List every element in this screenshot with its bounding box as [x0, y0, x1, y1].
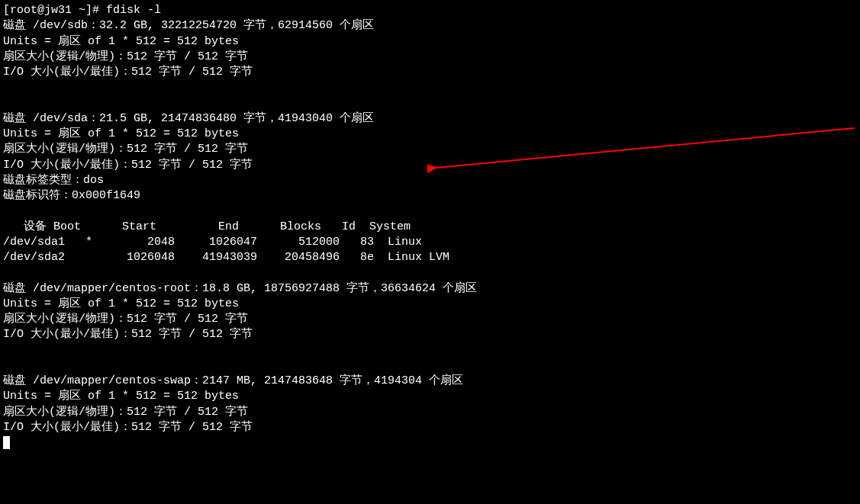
sdb-io-line: I/O 大小(最小/最佳)：512 字节 / 512 字节: [3, 65, 857, 80]
sda-io-line: I/O 大小(最小/最佳)：512 字节 / 512 字节: [3, 158, 857, 173]
root-sector-line: 扇区大小(逻辑/物理)：512 字节 / 512 字节: [3, 312, 857, 327]
cursor-icon: [3, 436, 10, 449]
blank-line: [3, 80, 857, 95]
sda-id-line: 磁盘标识符：0x000f1649: [3, 188, 857, 204]
sda-label-line: 磁盘标签类型：dos: [3, 173, 857, 188]
blank-line: [3, 358, 857, 374]
root-io-line: I/O 大小(最小/最佳)：512 字节 / 512 字节: [3, 327, 857, 342]
prompt-line[interactable]: [root@jw31 ~]# fdisk -l: [3, 3, 857, 18]
cursor-line[interactable]: [3, 435, 857, 451]
sdb-units-line: Units = 扇区 of 1 * 512 = 512 bytes: [3, 34, 857, 50]
swap-disk-line: 磁盘 /dev/mapper/centos-swap：2147 MB, 2147…: [3, 374, 857, 389]
blank-line: [3, 343, 857, 358]
swap-units-line: Units = 扇区 of 1 * 512 = 512 bytes: [3, 389, 857, 404]
swap-io-line: I/O 大小(最小/最佳)：512 字节 / 512 字节: [3, 420, 857, 435]
sdb-disk-line: 磁盘 /dev/sdb：32.2 GB, 32212254720 字节，6291…: [3, 18, 857, 34]
sdb-sector-line: 扇区大小(逻辑/物理)：512 字节 / 512 字节: [3, 50, 857, 65]
shell-prompt: [root@jw31 ~]#: [3, 4, 106, 17]
partition-header: 设备 Boot Start End Blocks Id System: [3, 220, 857, 235]
partition-row: /dev/sda2 1026048 41943039 20458496 8e L…: [3, 250, 857, 265]
swap-sector-line: 扇区大小(逻辑/物理)：512 字节 / 512 字节: [3, 405, 857, 420]
root-disk-line: 磁盘 /dev/mapper/centos-root：18.8 GB, 1875…: [3, 281, 857, 297]
sda-units-line: Units = 扇区 of 1 * 512 = 512 bytes: [3, 127, 857, 142]
blank-line: [3, 96, 857, 111]
command-text: fdisk -l: [106, 4, 161, 17]
blank-line: [3, 204, 857, 219]
sda-sector-line: 扇区大小(逻辑/物理)：512 字节 / 512 字节: [3, 142, 857, 157]
sda-disk-line: 磁盘 /dev/sda：21.5 GB, 21474836480 字节，4194…: [3, 111, 857, 127]
blank-line: [3, 265, 857, 281]
partition-row: /dev/sda1 * 2048 1026047 512000 83 Linux: [3, 235, 857, 250]
root-units-line: Units = 扇区 of 1 * 512 = 512 bytes: [3, 297, 857, 312]
